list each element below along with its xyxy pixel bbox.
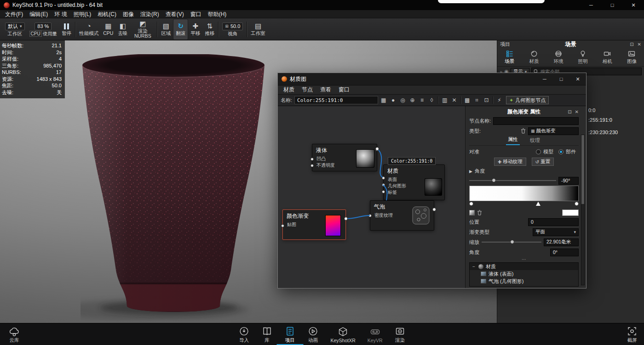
tumble-button[interactable]: ↻ 翻滚 (173, 19, 188, 40)
dock-animation[interactable]: 动画 (308, 323, 319, 345)
save-icon[interactable]: ▦ (379, 96, 388, 105)
scale-slider[interactable] (482, 242, 541, 243)
move-texture-button[interactable]: ✚ 移动纹理 (494, 158, 526, 166)
input-pin[interactable] (382, 183, 385, 187)
input-pin[interactable] (310, 164, 314, 167)
geometry-node-button[interactable]: ✦ 几何图形节点 (506, 96, 549, 104)
gradient-stop-selected[interactable] (536, 202, 540, 206)
output-pin[interactable] (432, 208, 436, 211)
gradient-editor[interactable] (469, 186, 579, 201)
angle2-field[interactable]: 0° (550, 249, 579, 256)
render-nurbs-button[interactable]: ◩ 渲染NURBS (130, 19, 155, 40)
menu-edit[interactable]: 编辑(E) (26, 10, 51, 18)
input-pin[interactable] (368, 214, 372, 217)
minimize-button[interactable]: ─ (581, 0, 602, 10)
tree-item-bubbles-geometry[interactable]: 气泡 (几何图形) (470, 277, 578, 285)
menu-material[interactable]: 材质 (280, 86, 298, 94)
tab-lighting[interactable]: 照明 (571, 48, 595, 66)
align-nodes-icon[interactable]: ≡ (418, 96, 426, 105)
studio-button[interactable]: ▤ 工作室 (248, 19, 268, 40)
tab-texture[interactable]: 纹理 (528, 137, 542, 145)
performance-mode-button[interactable]: ◔ 性能模式 (77, 19, 101, 40)
gradient-stop[interactable] (469, 202, 473, 206)
input-pin[interactable] (281, 224, 284, 227)
auto-layout-icon[interactable]: ⌗ (472, 96, 481, 105)
close-button[interactable]: ✕ (569, 73, 586, 85)
menu-view[interactable]: 查看 (316, 86, 335, 94)
collapse-icon[interactable]: − (472, 264, 476, 269)
dock-screenshot[interactable]: 截屏 (627, 323, 638, 345)
zoom-fit-icon[interactable]: ⊡ (482, 96, 491, 105)
dock-project[interactable]: 项目 (285, 323, 296, 345)
menu-node[interactable]: 节点 (298, 86, 316, 94)
dock-library[interactable]: 库 (262, 323, 273, 345)
tab-image[interactable]: 图像 (620, 48, 644, 66)
menu-view[interactable]: 查看(V) (162, 10, 187, 18)
grid-icon[interactable]: ▩ (463, 96, 472, 105)
duplicate-node-icon[interactable]: ▥ (440, 96, 449, 105)
tab-properties[interactable]: 属性 (506, 136, 520, 145)
panel-splitter[interactable]: ⋯ (469, 257, 579, 262)
material-graph-titlebar[interactable]: 材质图 ─ □ ✕ (278, 73, 586, 85)
tab-material[interactable]: 材质 (522, 48, 546, 66)
fov-widget[interactable]: ⊞50.0 视角 (220, 19, 245, 40)
stop-color-swatch[interactable] (562, 209, 579, 216)
node-bubbles[interactable]: 气泡 密度纹理 (370, 200, 434, 231)
menu-image[interactable]: 图像 (120, 10, 137, 18)
input-pin[interactable] (382, 176, 385, 180)
scrollbar[interactable] (581, 135, 585, 285)
close-button[interactable]: ✕ (623, 0, 644, 10)
denoise-button[interactable]: ◧ 去噪 (115, 19, 130, 40)
dock-import[interactable]: 导入 (239, 323, 250, 345)
node-liquid[interactable]: 液体 凹凸 不透明度 (312, 144, 377, 171)
angle-slider[interactable] (469, 180, 556, 181)
pause-button[interactable]: 暂停 (59, 19, 74, 40)
angle-value-field[interactable]: -90° (558, 177, 579, 185)
tree-item-material[interactable]: − 材质 (470, 263, 578, 270)
radio-part-label[interactable]: 部件 (566, 148, 576, 155)
material-preview-icon[interactable]: ● (389, 96, 397, 105)
radio-model[interactable] (536, 149, 541, 154)
slider-handle[interactable] (492, 178, 496, 182)
gradient-type-dropdown[interactable]: 平面 ▾ (533, 228, 579, 236)
dock-cloud-library[interactable]: 云库 (8, 323, 20, 345)
tree-item-liquid-surface[interactable]: 液体 (表面) (470, 270, 578, 277)
section-caret-icon[interactable]: ▶ (469, 169, 472, 174)
node-name-field[interactable]: Color:255:191:0 (294, 96, 378, 104)
lock-node-icon[interactable]: ◊ (427, 96, 436, 105)
render-preview-icon[interactable]: ◎ (398, 96, 407, 105)
minimize-button[interactable]: ─ (536, 73, 553, 85)
delete-node-icon[interactable] (521, 128, 526, 134)
maximize-button[interactable]: □ (553, 73, 569, 85)
input-pin[interactable] (310, 158, 314, 161)
cpu-button[interactable]: ▦ CPU (101, 19, 115, 40)
add-node-icon[interactable]: ⊕ (408, 96, 417, 105)
menu-lighting[interactable]: 照明(L) (70, 10, 95, 18)
node-graph-canvas[interactable]: 液体 凹凸 不透明度 Color:255:191:0 材质 表面 几何图形 标签 (278, 106, 465, 288)
scale-field[interactable]: 22.901毫米 (544, 238, 579, 246)
workspace-selector[interactable]: 默认▾ 工作区 (3, 19, 27, 40)
type-dropdown[interactable]: ▦ 颜色渐变 (528, 127, 579, 135)
menu-render[interactable]: 渲染(R) (137, 10, 162, 18)
cpu-usage-widget[interactable]: 83 % CPU使用量 (27, 19, 60, 40)
scrollbar-thumb[interactable] (581, 135, 584, 204)
close-panel-icon[interactable]: ✕ (575, 109, 579, 114)
tab-scene[interactable]: 场景 (497, 48, 522, 66)
radio-part[interactable] (558, 149, 564, 154)
close-panel-icon[interactable]: ✕ (638, 42, 641, 47)
node-color-gradient-selected[interactable]: 颜色渐变 贴图 (282, 209, 346, 240)
region-button[interactable]: ▧ 区域 (159, 19, 173, 40)
menu-window[interactable]: 窗口 (187, 10, 205, 18)
delete-stop-icon[interactable] (477, 210, 482, 215)
radio-model-label[interactable]: 模型 (543, 148, 553, 155)
dock-render[interactable]: 渲染 (394, 323, 405, 345)
menu-help[interactable]: 帮助(H) (205, 10, 230, 18)
gradient-stop[interactable] (575, 202, 579, 206)
reset-button[interactable]: ↺ 重置 (532, 158, 554, 166)
dock-keyshotxr[interactable]: KeyShotXR (331, 323, 356, 345)
dolly-button[interactable]: ⇅ 推移 (202, 19, 217, 40)
position-field[interactable]: 0 (528, 218, 579, 226)
input-pin[interactable] (382, 190, 385, 193)
dock-keyvr[interactable]: KeyVR (368, 323, 383, 345)
node-name-input[interactable] (493, 117, 579, 125)
